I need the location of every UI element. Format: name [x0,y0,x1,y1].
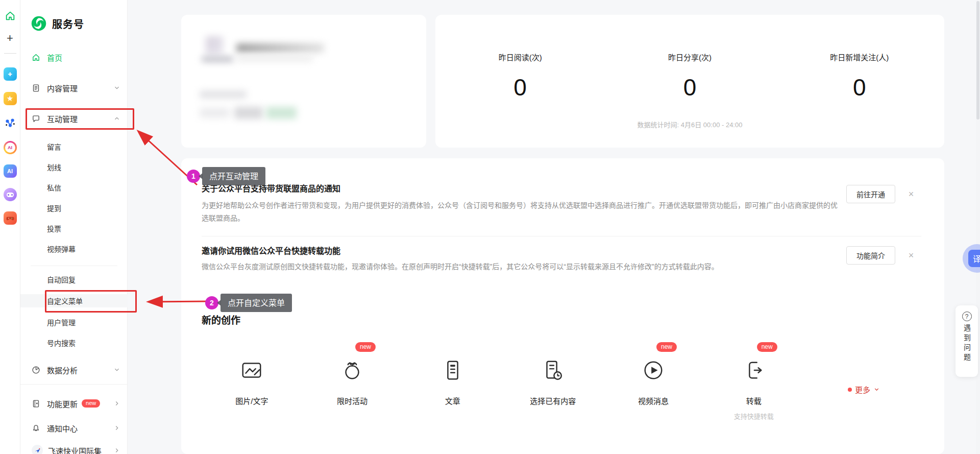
sidebar-item-data-analysis[interactable]: 数据分析 [20,363,128,377]
creation-label: 图片/文字 [235,395,268,406]
redacted-row [200,108,229,118]
new-badge: new [757,342,777,352]
partner-avatar [32,445,43,454]
creation-item-repost[interactable]: new 转载 支持快捷转载 [703,359,804,421]
redacted-text [202,57,233,62]
timed-activity-icon [340,359,364,382]
subitem-label: 自动回复 [47,274,76,284]
sidebar-subitem-auto-reply[interactable]: 自动回复 [20,273,128,286]
sidebar-subitem-private-msg[interactable]: 私信 [20,181,128,194]
game-controller-icon[interactable] [4,211,17,225]
more-label: 更多 [855,384,870,395]
brand-swirl-icon [31,15,47,32]
subitem-label: 划线 [47,162,61,172]
sidebar-item-partner-account[interactable]: 飞速快业国际集 [20,443,128,454]
subitem-label: 私信 [47,182,61,193]
stat-read: 昨日阅读(次) 0 [435,52,605,101]
ai-ring-app-icon[interactable]: AI [4,141,17,154]
miniprogram-app-icon[interactable]: ✚ [4,67,17,81]
sidebar-subitem-mentions[interactable]: 提到 [20,201,128,214]
help-panel[interactable]: ? 遇到问题 [955,305,978,377]
home-icon[interactable] [4,9,17,22]
scrollbar-track[interactable] [976,0,980,454]
existing-content-icon [541,359,565,382]
brand-logo: 服务号 [31,15,84,32]
creation-sublabel: 支持快捷转载 [734,411,774,421]
pie-chart-icon [32,366,40,374]
subitem-label: 用户管理 [47,317,76,327]
creation-label: 限时活动 [337,395,368,406]
new-badge: new [355,342,376,352]
creation-item-video-message[interactable]: new 视频消息 [603,359,704,421]
sidebar-item-interaction-mgmt[interactable]: 互动管理 [20,111,128,126]
sidebar-item-label: 功能更新 [47,398,78,409]
sidebar-item-label: 内容管理 [47,83,78,93]
sidebar-item-label: 通知中心 [47,423,78,434]
scrollbar-thumb[interactable] [976,1,979,120]
chevron-up-icon [113,115,120,122]
repost-icon [742,359,766,382]
notice-body: 为更好地帮助公众号创作者进行带货和变现，为用户提供更好的消费体验，公众号（含订阅… [202,199,840,225]
close-icon[interactable]: × [906,250,916,260]
sidebar-subitem-video-danmu[interactable]: 视频弹幕 [20,242,128,255]
sidebar-subitem-account-search[interactable]: 号内搜索 [20,336,128,349]
sidebar-subitem-custom-menu[interactable]: 自定义菜单 [20,294,128,307]
new-badge: new [656,342,677,352]
creation-item-existing-content[interactable]: 选择已有内容 [503,359,603,421]
creation-label: 文章 [445,395,460,406]
sidebar-item-label: 互动管理 [47,113,78,124]
sidebar-subitem-underline[interactable]: 划线 [20,160,128,174]
sidebar-divider [20,384,128,385]
sidebar-subitem-votes[interactable]: 投票 [20,222,128,235]
subitem-label: 号内搜索 [47,338,76,348]
stats-time-range: 数据统计时间: 4月6日 00:00 - 24:00 [435,120,944,129]
creation-item-image-text[interactable]: 图片/文字 [202,359,302,421]
home-outline-icon [32,53,40,62]
subitem-label: 视频弹幕 [47,244,76,254]
favorites-star-icon[interactable]: ★ [4,92,17,105]
new-creation-heading: 新的创作 [202,313,240,326]
yesterday-stats-card: 昨日阅读(次) 0 昨日分享(次) 0 昨日新增关注(人) 0 数据统计时间: … [435,15,944,148]
new-badge: new [82,399,100,408]
sidebar-item-label: 首页 [47,52,62,63]
subitem-label: 投票 [47,223,61,233]
creation-item-timed-activity[interactable]: new 限时活动 [302,359,403,421]
subitem-label: 自定义菜单 [47,296,83,306]
account-info-card [181,15,426,148]
redacted-row-green [266,107,297,119]
sidebar-item-home[interactable]: 首页 [20,50,128,64]
creation-label: 转载 [746,395,762,406]
redacted-avatar [206,36,223,55]
creation-item-article[interactable]: 文章 [402,359,503,421]
sidebar-subitem-user-mgmt[interactable]: 用户管理 [20,316,128,329]
sidebar-item-feature-update[interactable]: 功能更新 new [20,396,128,411]
ai-cube-app-icon[interactable]: AI [4,164,17,178]
assistant-robot-icon[interactable] [4,188,17,201]
redacted-text [236,56,313,62]
notice-title: 邀请你试用微信公众平台快捷转载功能 [202,244,340,256]
notice-body: 微信公众平台灰度测试原创图文快捷转载功能，现邀请你体验。在原创声明时开启“快捷转… [202,260,840,273]
stat-new-followers: 昨日新增关注(人) 0 [775,52,944,101]
notice-divider [202,236,921,236]
open-commerce-button[interactable]: 前往开通 [846,185,895,203]
plus-icon[interactable]: + [4,32,17,45]
more-button[interactable]: 更多 [848,384,880,395]
graph-app-icon[interactable] [4,116,17,130]
redacted-row [200,90,247,99]
chevron-right-icon [113,424,120,432]
sidebar-item-notification-center[interactable]: 通知中心 [20,421,128,435]
creation-label: 视频消息 [638,395,669,406]
sidebar-item-content-mgmt[interactable]: 内容管理 [20,81,128,95]
question-icon: ? [962,312,972,321]
subitem-label: 提到 [47,203,61,213]
close-icon[interactable]: × [906,189,916,199]
article-icon [441,359,464,382]
stat-label: 昨日阅读(次) [435,52,605,62]
sidebar-subitem-comments[interactable]: 留言 [20,140,128,153]
translate-fab-halo: 译 [963,244,980,273]
rail-divider [4,53,16,54]
brand-name: 服务号 [52,16,84,31]
feature-intro-button[interactable]: 功能简介 [846,246,895,265]
sidebar-item-label: 飞速快业国际集 [48,445,102,454]
translate-button[interactable]: 译 [968,250,980,267]
